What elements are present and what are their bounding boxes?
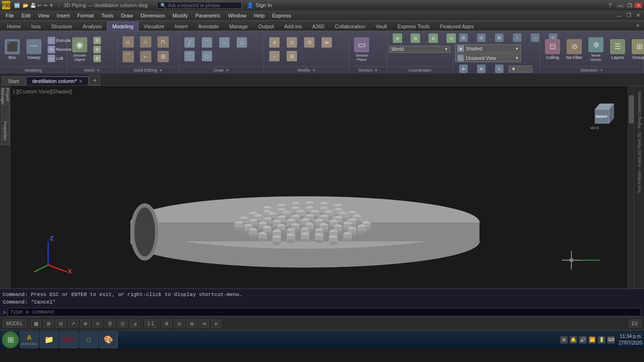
menu-window[interactable]: Window [224,10,250,21]
view-btn1[interactable]: ⊞ [455,32,472,43]
groups-button[interactable]: ⊞ Groups [629,35,644,64]
tab-addins[interactable]: Add-ins [279,22,307,31]
no-filter-button[interactable]: ⊘ No Filter [564,35,585,64]
sign-in-area[interactable]: 👤 Sign In [247,2,272,8]
move-btn[interactable]: ✛ [266,36,283,49]
qa-dropdown[interactable]: ▼ [49,3,54,8]
modify-btn6[interactable]: ⊞ [283,49,300,63]
snap-btn[interactable]: ⊞ [43,320,54,328]
draw-btn6[interactable]: ⬡ [198,49,215,63]
view-btn2[interactable]: ⊟ [473,32,490,43]
view-btn7[interactable]: ⊕ [455,63,472,74]
chamfer-btn[interactable]: ⌐ [137,49,154,64]
next-btn[interactable]: ⊳ [211,320,222,328]
subtract-btn[interactable]: ∩ [137,35,154,49]
add-tab-btn[interactable]: + [90,75,100,85]
transparency-btn[interactable]: ⊡ [117,320,128,328]
close-btn[interactable]: ✕ [635,3,642,8]
ribbon-pin[interactable]: ▼ [634,23,642,28]
culling-button[interactable]: ⊡ Culling [542,35,563,64]
section-plane-button[interactable]: ▭ SectionPlane [351,35,372,64]
start-button[interactable]: ⊞ [2,331,19,348]
box-button[interactable]: ⬛ Box [2,35,23,64]
tab-insert[interactable]: Insert [170,22,193,31]
polyline-btn[interactable]: ⌒ [198,36,215,49]
qa-new[interactable]: 🆕 [14,3,20,8]
tab-analysis[interactable]: Analysis [77,22,107,31]
win-min-menu[interactable]: — [615,13,624,18]
minimize-btn[interactable]: — [616,3,625,8]
tab-express-tools[interactable]: Express Tools [392,22,435,31]
workspace-btn[interactable]: ◎ [174,320,185,328]
fillet-btn[interactable]: ⌒ [120,49,137,64]
menu-draw[interactable]: Draw [117,10,137,21]
win-max-menu[interactable]: ❐ [625,12,633,18]
maximize-btn[interactable]: ❐ [626,3,634,8]
viewcube[interactable]: RIGHT WCS [586,95,619,133]
menu-modify[interactable]: Modify [169,10,191,21]
layers-button[interactable]: ☰ Layers [607,35,628,64]
tab-a360[interactable]: A360 [307,22,330,31]
view-btn3[interactable]: ⊠ [491,32,508,43]
smooth-object-button[interactable]: ◉ SmoothObject [69,35,90,64]
tab-visualize[interactable]: Visualize [139,22,170,31]
rect-btn[interactable]: □ [233,36,250,49]
tab-modeling[interactable]: Modeling [107,22,139,31]
tool-palette-label[interactable]: Tool Palette - AutoCAD Plant 3D - Piping… [636,88,643,197]
otrack-btn[interactable]: ⊙ [92,320,103,328]
modify-expand[interactable]: ▼ [312,68,316,73]
move-gizmo-button[interactable]: ⊕ Move Gizmo [586,35,606,64]
help-btn[interactable]: ? [607,3,613,8]
polar-btn[interactable]: ↗ [68,320,78,328]
mesh-expand[interactable]: ▼ [97,68,100,73]
ucs2-btn[interactable]: ⊞ [407,32,424,44]
taskbar-app[interactable]: 🎨 [99,331,118,348]
tab-featured-apps[interactable]: Featured Apps [435,22,479,31]
menu-parametric[interactable]: Parametric [191,10,224,21]
project-manager-btn[interactable]: Project Manager [1,88,9,116]
line-btn[interactable]: ╱ [181,36,198,49]
taskbar-files[interactable]: 📁 [40,331,58,348]
menu-format[interactable]: Format [74,10,98,21]
ucs3-btn[interactable]: ⊗ [425,32,442,44]
tab-vault[interactable]: Vault [371,22,392,31]
command-input[interactable] [8,308,641,316]
intersect-btn[interactable]: ⊓ [155,35,172,49]
draw-expand[interactable]: ▼ [225,68,229,73]
solid-btn6[interactable]: ⊞ [155,49,172,64]
unsaved-view-dropdown[interactable]: □ Unsaved View ▼ [455,54,521,62]
selection-expand[interactable]: ▼ [600,68,603,73]
sign-in-label[interactable]: Sign In [256,2,272,8]
menu-dimension[interactable]: Dimension [137,10,169,21]
scale-label[interactable]: 1:1 [144,320,157,328]
rotate-btn[interactable]: ↺ [283,36,300,49]
taskbar-pdf[interactable]: PDF [59,331,78,348]
view-sub-dropdown[interactable]: ▼ [509,66,532,73]
win-close-menu[interactable]: ✕ [634,12,642,18]
viewport-scrollbar[interactable] [628,86,634,288]
circle-btn[interactable]: ○ [216,36,233,49]
menu-file[interactable]: File [2,10,18,21]
doc-tab-destillation[interactable]: destillation column* ✕ [26,76,89,85]
menu-help[interactable]: Help [250,10,269,21]
doc-tab-start[interactable]: Start [2,76,25,85]
qa-redo[interactable]: ↪ [43,3,47,8]
tab-structure[interactable]: Structure [46,22,78,31]
view-btn9[interactable]: ⊙ [491,63,508,74]
taskbar-autocad[interactable]: A AutoCAD [20,331,39,348]
viewport[interactable]: [-][Custom View][Shaded] [10,86,628,288]
scrollbar-thumb[interactable] [629,95,634,123]
lineweight-btn[interactable]: ☰ [105,320,116,328]
grid-btn[interactable]: ▦ [31,320,41,328]
world-dropdown[interactable]: World ▼ [389,46,450,53]
view-btn8[interactable]: ⊗ [473,63,490,74]
arc-btn[interactable]: ⌒ [181,49,198,63]
qa-save[interactable]: 💾 [30,3,36,8]
menu-tools[interactable]: Tools [98,10,117,21]
section-expand[interactable]: ▼ [374,68,378,73]
tab-home[interactable]: Home [2,22,26,31]
model-tab[interactable]: MODEL [3,320,26,328]
ortho-btn[interactable]: ⊟ [56,320,66,328]
osnap-btn[interactable]: ⊕ [80,320,91,328]
union-btn[interactable]: ∪ [120,35,137,49]
